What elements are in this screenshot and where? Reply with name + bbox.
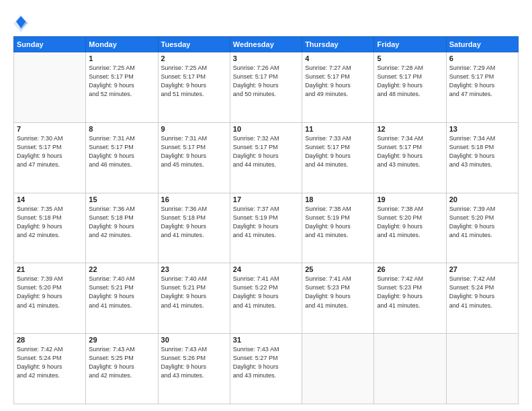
day-number: 13 — [449, 125, 515, 133]
day-number: 1 — [89, 54, 154, 62]
day-number: 6 — [449, 54, 515, 62]
cell-info: Sunrise: 7:42 AM Sunset: 5:24 PM Dayligh… — [17, 345, 83, 380]
calendar-cell: 15Sunrise: 7:36 AM Sunset: 5:18 PM Dayli… — [86, 193, 158, 263]
cell-info: Sunrise: 7:31 AM Sunset: 5:17 PM Dayligh… — [89, 134, 154, 169]
calendar-cell: 30Sunrise: 7:43 AM Sunset: 5:26 PM Dayli… — [158, 334, 230, 404]
cell-info: Sunrise: 7:30 AM Sunset: 5:17 PM Dayligh… — [17, 134, 83, 169]
cell-info: Sunrise: 7:35 AM Sunset: 5:18 PM Dayligh… — [17, 205, 83, 240]
calendar-cell: 8Sunrise: 7:31 AM Sunset: 5:17 PM Daylig… — [86, 122, 158, 193]
day-number: 28 — [17, 336, 83, 344]
calendar-cell: 27Sunrise: 7:42 AM Sunset: 5:24 PM Dayli… — [446, 263, 518, 334]
day-number: 14 — [17, 195, 83, 203]
day-number: 25 — [305, 265, 371, 273]
calendar-cell: 23Sunrise: 7:40 AM Sunset: 5:21 PM Dayli… — [158, 263, 230, 334]
cell-info: Sunrise: 7:43 AM Sunset: 5:26 PM Dayligh… — [161, 345, 227, 380]
day-number: 21 — [17, 265, 83, 273]
header-row: SundayMondayTuesdayWednesdayThursdayFrid… — [14, 37, 519, 52]
calendar-cell: 1Sunrise: 7:25 AM Sunset: 5:17 PM Daylig… — [86, 52, 158, 123]
day-number: 18 — [305, 195, 371, 203]
calendar-cell: 17Sunrise: 7:37 AM Sunset: 5:19 PM Dayli… — [230, 193, 302, 263]
day-header: Wednesday — [230, 37, 302, 52]
header — [13, 12, 519, 32]
calendar-cell: 24Sunrise: 7:41 AM Sunset: 5:22 PM Dayli… — [230, 263, 302, 334]
day-number: 10 — [233, 125, 299, 133]
calendar-cell: 4Sunrise: 7:27 AM Sunset: 5:17 PM Daylig… — [302, 52, 374, 123]
cell-info: Sunrise: 7:31 AM Sunset: 5:17 PM Dayligh… — [161, 134, 227, 169]
day-number: 29 — [89, 336, 154, 344]
cell-info: Sunrise: 7:32 AM Sunset: 5:17 PM Dayligh… — [233, 134, 299, 169]
calendar-cell: 18Sunrise: 7:38 AM Sunset: 5:19 PM Dayli… — [302, 193, 374, 263]
calendar-cell: 13Sunrise: 7:34 AM Sunset: 5:18 PM Dayli… — [446, 122, 518, 193]
day-number: 2 — [161, 54, 227, 62]
cell-info: Sunrise: 7:26 AM Sunset: 5:17 PM Dayligh… — [233, 64, 299, 99]
calendar-cell: 6Sunrise: 7:29 AM Sunset: 5:17 PM Daylig… — [446, 52, 518, 123]
day-header: Thursday — [302, 37, 374, 52]
cell-info: Sunrise: 7:27 AM Sunset: 5:17 PM Dayligh… — [305, 64, 371, 99]
cell-info: Sunrise: 7:41 AM Sunset: 5:22 PM Dayligh… — [233, 275, 299, 310]
cell-info: Sunrise: 7:25 AM Sunset: 5:17 PM Dayligh… — [89, 64, 154, 99]
calendar-cell: 7Sunrise: 7:30 AM Sunset: 5:17 PM Daylig… — [14, 122, 86, 193]
day-number: 24 — [233, 265, 299, 273]
calendar-cell: 28Sunrise: 7:42 AM Sunset: 5:24 PM Dayli… — [14, 334, 86, 404]
calendar-cell: 2Sunrise: 7:25 AM Sunset: 5:17 PM Daylig… — [158, 52, 230, 123]
cell-info: Sunrise: 7:43 AM Sunset: 5:25 PM Dayligh… — [89, 345, 154, 380]
page: SundayMondayTuesdayWednesdayThursdayFrid… — [0, 0, 532, 411]
cell-info: Sunrise: 7:42 AM Sunset: 5:24 PM Dayligh… — [449, 275, 515, 310]
cell-info: Sunrise: 7:41 AM Sunset: 5:23 PM Dayligh… — [305, 275, 371, 310]
cell-info: Sunrise: 7:42 AM Sunset: 5:23 PM Dayligh… — [377, 275, 443, 310]
calendar-cell: 11Sunrise: 7:33 AM Sunset: 5:17 PM Dayli… — [302, 122, 374, 193]
cell-info: Sunrise: 7:38 AM Sunset: 5:19 PM Dayligh… — [305, 205, 371, 240]
day-number: 5 — [377, 54, 443, 62]
cell-info: Sunrise: 7:37 AM Sunset: 5:19 PM Dayligh… — [233, 205, 299, 240]
day-header: Friday — [374, 37, 446, 52]
week-row: 7Sunrise: 7:30 AM Sunset: 5:17 PM Daylig… — [14, 122, 519, 193]
calendar-cell: 22Sunrise: 7:40 AM Sunset: 5:21 PM Dayli… — [86, 263, 158, 334]
day-number: 4 — [305, 54, 371, 62]
day-number: 8 — [89, 125, 154, 133]
calendar-cell: 14Sunrise: 7:35 AM Sunset: 5:18 PM Dayli… — [14, 193, 86, 263]
cell-info: Sunrise: 7:39 AM Sunset: 5:20 PM Dayligh… — [17, 275, 83, 310]
calendar-cell — [14, 52, 86, 123]
calendar-cell: 21Sunrise: 7:39 AM Sunset: 5:20 PM Dayli… — [14, 263, 86, 334]
week-row: 21Sunrise: 7:39 AM Sunset: 5:20 PM Dayli… — [14, 263, 519, 334]
cell-info: Sunrise: 7:28 AM Sunset: 5:17 PM Dayligh… — [377, 64, 443, 99]
day-number: 31 — [233, 336, 299, 344]
calendar-cell: 26Sunrise: 7:42 AM Sunset: 5:23 PM Dayli… — [374, 263, 446, 334]
calendar-cell — [302, 334, 374, 404]
calendar-cell — [446, 334, 518, 404]
day-header: Monday — [86, 37, 158, 52]
calendar-cell: 3Sunrise: 7:26 AM Sunset: 5:17 PM Daylig… — [230, 52, 302, 123]
calendar-cell: 12Sunrise: 7:34 AM Sunset: 5:17 PM Dayli… — [374, 122, 446, 193]
calendar-table: SundayMondayTuesdayWednesdayThursdayFrid… — [13, 36, 519, 404]
cell-info: Sunrise: 7:34 AM Sunset: 5:17 PM Dayligh… — [377, 134, 443, 169]
cell-info: Sunrise: 7:36 AM Sunset: 5:18 PM Dayligh… — [89, 205, 154, 240]
day-number: 16 — [161, 195, 227, 203]
day-number: 12 — [377, 125, 443, 133]
calendar-cell: 19Sunrise: 7:38 AM Sunset: 5:20 PM Dayli… — [374, 193, 446, 263]
day-number: 15 — [89, 195, 154, 203]
cell-info: Sunrise: 7:38 AM Sunset: 5:20 PM Dayligh… — [377, 205, 443, 240]
calendar-cell: 5Sunrise: 7:28 AM Sunset: 5:17 PM Daylig… — [374, 52, 446, 123]
day-number: 9 — [161, 125, 227, 133]
cell-info: Sunrise: 7:36 AM Sunset: 5:18 PM Dayligh… — [161, 205, 227, 240]
day-number: 11 — [305, 125, 371, 133]
cell-info: Sunrise: 7:43 AM Sunset: 5:27 PM Dayligh… — [233, 345, 299, 380]
week-row: 1Sunrise: 7:25 AM Sunset: 5:17 PM Daylig… — [14, 52, 519, 123]
cell-info: Sunrise: 7:25 AM Sunset: 5:17 PM Dayligh… — [161, 64, 227, 99]
day-header: Tuesday — [158, 37, 230, 52]
day-number: 30 — [161, 336, 227, 344]
day-number: 22 — [89, 265, 154, 273]
day-number: 19 — [377, 195, 443, 203]
calendar-cell: 29Sunrise: 7:43 AM Sunset: 5:25 PM Dayli… — [86, 334, 158, 404]
cell-info: Sunrise: 7:29 AM Sunset: 5:17 PM Dayligh… — [449, 64, 515, 99]
cell-info: Sunrise: 7:40 AM Sunset: 5:21 PM Dayligh… — [161, 275, 227, 310]
cell-info: Sunrise: 7:40 AM Sunset: 5:21 PM Dayligh… — [89, 275, 154, 310]
calendar-cell: 31Sunrise: 7:43 AM Sunset: 5:27 PM Dayli… — [230, 334, 302, 404]
calendar-cell: 16Sunrise: 7:36 AM Sunset: 5:18 PM Dayli… — [158, 193, 230, 263]
cell-info: Sunrise: 7:39 AM Sunset: 5:20 PM Dayligh… — [449, 205, 515, 240]
cell-info: Sunrise: 7:33 AM Sunset: 5:17 PM Dayligh… — [305, 134, 371, 169]
week-row: 28Sunrise: 7:42 AM Sunset: 5:24 PM Dayli… — [14, 334, 519, 404]
calendar-cell: 25Sunrise: 7:41 AM Sunset: 5:23 PM Dayli… — [302, 263, 374, 334]
calendar-cell — [374, 334, 446, 404]
calendar-cell: 20Sunrise: 7:39 AM Sunset: 5:20 PM Dayli… — [446, 193, 518, 263]
